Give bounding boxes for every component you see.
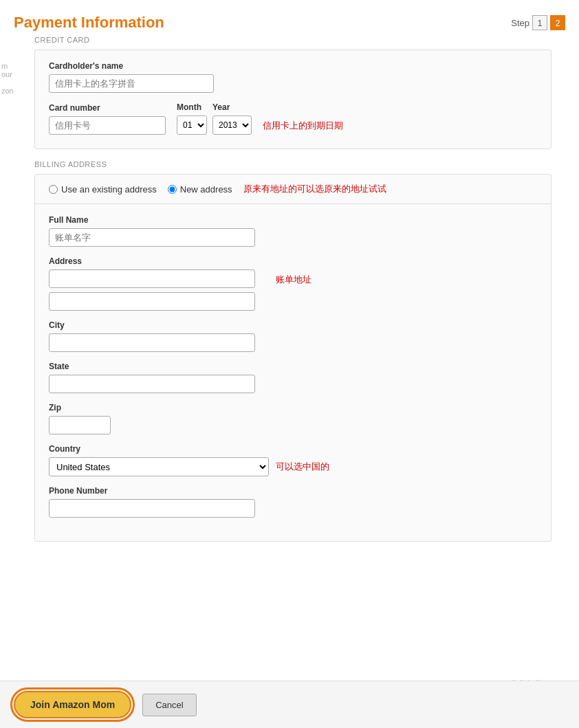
use-existing-radio[interactable] [49,185,58,194]
address-line2-input[interactable] [49,292,255,311]
card-number-label: Card number [49,103,166,113]
step-1: 1 [532,15,547,30]
full-name-label: Full Name [49,215,537,225]
address-type-hint: 原来有地址的可以选原来的地址试试 [243,183,386,195]
year-label: Year [212,102,252,112]
phone-input[interactable] [49,499,255,518]
expiry-hint: 信用卡上的到期日期 [263,120,343,132]
country-hint: 可以选中国的 [276,461,329,473]
join-button[interactable]: Join Amazon Mom [14,691,131,718]
cardholder-input[interactable] [49,74,214,93]
cancel-button[interactable]: Cancel [142,694,196,716]
country-select[interactable]: United States China Canada United Kingdo… [49,457,269,476]
step-2: 2 [550,15,565,30]
address-label: Address [49,256,537,266]
address-line1-input[interactable] [49,269,255,288]
use-existing-label: Use an existing address [61,184,157,195]
country-label: Country [49,444,537,454]
state-input[interactable] [49,375,255,393]
city-input[interactable] [49,333,255,352]
phone-label: Phone Number [49,486,537,496]
new-address-radio-label[interactable]: New address [168,184,232,195]
year-select[interactable]: 2013201420152016 2017201820192020 [212,115,252,135]
zip-input[interactable] [49,416,111,434]
state-label: State [49,362,537,371]
left-edge-text: mourzon [1,62,14,95]
card-number-input[interactable] [49,116,166,135]
billing-section-label: BILLING ADDRESS [34,160,565,168]
page-title: Payment Information [14,14,164,32]
zip-label: Zip [49,403,537,412]
month-label: Month [177,102,207,112]
step-label: Step [511,18,529,28]
city-label: City [49,320,537,330]
full-name-input[interactable] [49,228,255,247]
credit-card-section-label: CREDIT CARD [34,36,565,44]
new-address-radio[interactable] [168,185,177,194]
month-select[interactable]: 01020304 05060708 09101112 [177,115,207,135]
new-address-label: New address [180,184,232,195]
footer-bar: Join Amazon Mom Cancel [0,681,579,728]
use-existing-radio-label[interactable]: Use an existing address [49,184,157,195]
cardholder-label: Cardholder's name [49,61,537,71]
address-hint: 账单地址 [276,274,312,286]
